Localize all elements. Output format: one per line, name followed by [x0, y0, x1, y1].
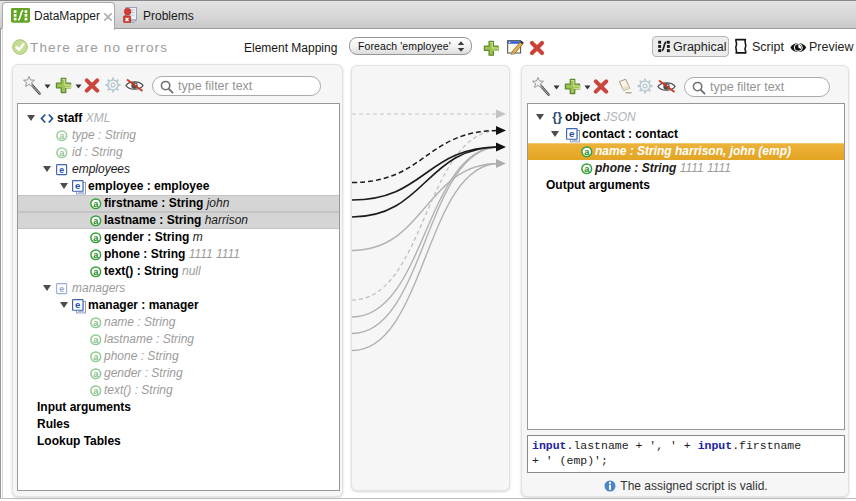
- svg-text:a: a: [59, 131, 65, 141]
- svg-text:e: e: [75, 299, 81, 310]
- svg-text:e: e: [75, 180, 81, 191]
- svg-text:a: a: [584, 164, 590, 174]
- svg-text:a: a: [93, 233, 99, 243]
- svg-text:a: a: [59, 148, 65, 158]
- svg-text:a: a: [93, 250, 99, 260]
- svg-text:a: a: [584, 147, 590, 157]
- svg-text:e: e: [569, 128, 575, 139]
- svg-text:a: a: [93, 199, 99, 209]
- svg-text:a: a: [93, 267, 99, 277]
- svg-text:a: a: [93, 386, 99, 396]
- svg-text:a: a: [93, 369, 99, 379]
- svg-text:a: a: [93, 352, 99, 362]
- svg-text:a: a: [93, 318, 99, 328]
- svg-text:a: a: [93, 216, 99, 226]
- svg-text:a: a: [93, 335, 99, 345]
- svg-text:e: e: [59, 165, 64, 175]
- svg-text:e: e: [59, 284, 64, 294]
- svg-text:}: }: [557, 110, 562, 124]
